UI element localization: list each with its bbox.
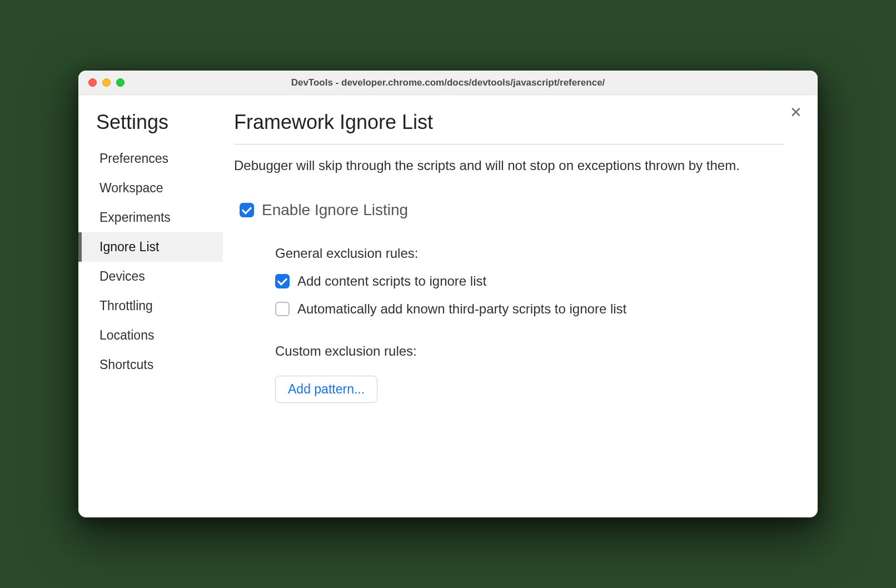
window-title: DevTools - developer.chrome.com/docs/dev… <box>78 77 818 88</box>
sidebar-item-label: Shortcuts <box>99 357 153 372</box>
sidebar-item-preferences[interactable]: Preferences <box>78 144 223 173</box>
maximize-window-button[interactable] <box>116 78 125 87</box>
rule-content-scripts-checkbox[interactable] <box>275 274 290 288</box>
devtools-window: DevTools - developer.chrome.com/docs/dev… <box>78 71 818 517</box>
sidebar-item-throttling[interactable]: Throttling <box>78 291 223 321</box>
enable-ignore-listing-checkbox[interactable] <box>240 203 254 217</box>
sidebar-item-label: Locations <box>99 328 154 342</box>
sidebar-item-ignore-list[interactable]: Ignore List <box>78 232 223 262</box>
page-description: Debugger will skip through the scripts a… <box>234 157 784 175</box>
titlebar: DevTools - developer.chrome.com/docs/dev… <box>78 71 818 95</box>
rule-third-party-checkbox[interactable] <box>275 302 290 316</box>
sidebar-item-workspace[interactable]: Workspace <box>78 173 223 203</box>
general-exclusion-section: General exclusion rules: Add content scr… <box>275 246 784 403</box>
sidebar-item-shortcuts[interactable]: Shortcuts <box>78 350 223 380</box>
settings-sidebar: Settings Preferences Workspace Experimen… <box>78 95 223 517</box>
close-icon[interactable]: ✕ <box>790 105 802 119</box>
sidebar-item-label: Ignore List <box>99 240 159 254</box>
traffic-lights <box>88 78 125 87</box>
rule-content-scripts-label: Add content scripts to ignore list <box>297 273 486 289</box>
sidebar-item-label: Devices <box>99 269 145 283</box>
sidebar-item-label: Experiments <box>99 210 171 225</box>
sidebar-item-experiments[interactable]: Experiments <box>78 203 223 232</box>
sidebar-item-locations[interactable]: Locations <box>78 321 223 350</box>
page-heading: Framework Ignore List <box>234 111 784 144</box>
add-pattern-button[interactable]: Add pattern... <box>275 376 377 403</box>
rule-third-party-label: Automatically add known third-party scri… <box>297 301 626 317</box>
sidebar-item-label: Workspace <box>99 181 163 195</box>
sidebar-item-label: Throttling <box>99 298 153 313</box>
sidebar-item-devices[interactable]: Devices <box>78 262 223 291</box>
enable-ignore-listing-label: Enable Ignore Listing <box>262 201 408 219</box>
main-panel: Framework Ignore List Debugger will skip… <box>223 95 818 517</box>
minimize-window-button[interactable] <box>102 78 111 87</box>
content-area: ✕ Settings Preferences Workspace Experim… <box>78 95 818 517</box>
close-window-button[interactable] <box>88 78 97 87</box>
rule-content-scripts-row: Add content scripts to ignore list <box>275 273 784 289</box>
general-rules-heading: General exclusion rules: <box>275 246 784 261</box>
custom-rules-heading: Custom exclusion rules: <box>275 343 784 359</box>
enable-ignore-listing-row: Enable Ignore Listing <box>240 201 784 219</box>
rule-third-party-row: Automatically add known third-party scri… <box>275 301 784 317</box>
sidebar-title: Settings <box>78 111 223 144</box>
sidebar-item-label: Preferences <box>99 151 168 166</box>
